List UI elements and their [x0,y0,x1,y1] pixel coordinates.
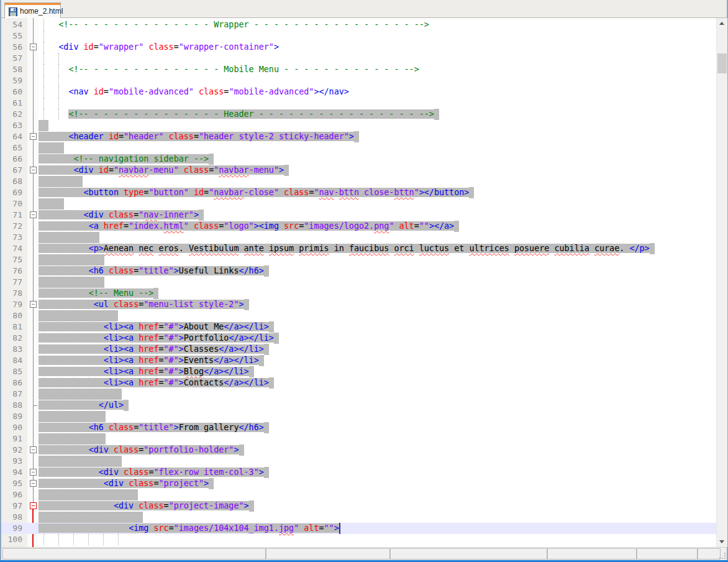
line-number: 95 [1,478,22,489]
code-text: <img src="images/104x104_img1.jpg" alt="… [39,523,340,534]
code-line: 62 <!-- - - - - - - - - - - - - - Header… [1,109,717,120]
code-line: 85 <li><a href="#">Blog</a></li> [1,366,717,377]
status-encoding[interactable]: UTF-8 [637,548,698,560]
line-number: 97 [1,500,22,512]
code-text: <div class="project-image"> [39,500,254,512]
line-number: 60 [1,86,22,98]
code-line: 68 [1,176,717,187]
status-length-lines: length : 46 293lines : 1 157 [266,548,390,560]
fold-collapse-icon[interactable] [30,480,37,487]
line-number: 92 [1,445,22,456]
line-number: 73 [1,232,22,243]
line-number: 96 [1,489,22,500]
code-line: 67 <div id="navbar-menu" class="navbar-m… [1,165,717,176]
line-number: 89 [1,411,22,422]
code-line: 81 <li><a href="#">About Me</a></li> [1,321,717,333]
line-number: 82 [1,333,22,344]
code-line: 60 <nav id="mobile-advanced" class="mobi… [1,86,717,98]
code-line: 66 <!-- navigation sidebar --> [1,154,717,165]
line-number: 75 [1,254,22,265]
resize-grip[interactable] [718,551,726,559]
code-line: 70 [1,198,717,210]
code-text [39,98,68,109]
status-bar: Hyper Text Markup Language file length :… [1,547,727,561]
code-text: <div id="navbar-menu" class="navbar-menu… [39,165,289,176]
scroll-down-icon[interactable] [717,537,727,547]
code-line: 79 <ul class="menu-list style-2"> [1,299,717,310]
fold-collapse-icon[interactable] [30,44,37,50]
vertical-scrollbar[interactable] [716,18,727,547]
code-text: <li><a href="#">Contacts</a></li> [39,377,274,389]
code-text: <button type="button" id="navbar-close" … [39,187,474,198]
code-text: <header id="header" class="header style-… [39,131,359,142]
tab-home-2-html[interactable]: home_2.html [4,2,61,18]
fold-collapse-icon[interactable] [30,446,37,453]
fold-collapse-icon[interactable] [30,211,37,218]
active-tab-accent [5,3,60,5]
code-line: 80 [1,310,717,321]
code-text: <h6 class="title">From gallery</h6> [39,422,269,433]
code-text: <li><a href="#">Classes</a></li> [39,344,269,355]
line-number: 58 [1,64,22,75]
line-number: 67 [1,165,22,176]
fold-collapse-icon[interactable] [30,301,37,308]
code-line: 82 <li><a href="#">Portfolio</a></li> [1,333,717,344]
code-text [39,534,129,545]
line-number: 90 [1,422,22,433]
save-icon [9,7,17,19]
code-text [39,176,83,187]
code-text: <li><a href="#">Blog</a></li> [39,366,254,377]
fold-collapse-icon[interactable] [30,133,37,140]
line-number: 88 [1,400,22,411]
code-text [39,198,64,210]
code-line: 72 <a href="index.html" class="logo"><im… [1,221,717,232]
line-number: 69 [1,187,22,198]
selection-eol-box [39,198,64,210]
selection-eol-box [39,232,99,243]
line-number: 61 [1,98,22,109]
code-text: <!-- - - - - - - - - - - - - - Mobile Me… [39,64,419,75]
scrollbar-thumb[interactable] [717,53,727,73]
code-text [39,75,68,86]
status-eol-format[interactable]: Windows (CR LF) [547,548,637,560]
scroll-up-icon[interactable] [717,18,727,29]
fold-collapse-icon[interactable] [30,469,37,476]
line-number: 79 [1,299,22,310]
code-line: 69 <button type="button" id="navbar-clos… [1,187,717,198]
code-line: 84 <li><a href="#">Events</a></li> [1,355,717,366]
code-line: 86 <li><a href="#">Contacts</a></li> [1,377,717,389]
code-editor[interactable]: 54 <!-- - - - - - - - - - - - - - Wrappe… [1,18,727,547]
selection-eol-box [39,176,83,187]
line-number: 76 [1,265,22,277]
tab-label: home_2.html [20,7,63,16]
code-line: 96 [1,489,717,500]
code-line: 55 [1,30,717,42]
selection-eol-box [39,433,106,445]
code-text [39,512,143,523]
fold-collapse-icon[interactable] [30,167,37,173]
code-line: 87 [1,389,717,400]
selection-eol-box [39,512,143,523]
tab-bar: home_2.html [1,0,727,18]
code-line: 74 <p>Aenean nec eros. Vestibulum ante i… [1,243,717,254]
code-text: <!-- navigation sidebar --> [39,154,214,165]
line-number: 78 [1,288,22,299]
line-number: 83 [1,344,22,355]
code-line: 64 <header id="header" class="header sty… [1,131,717,142]
status-cursor-position: Ln : 99Col : 61Sel : 1 396 | 38 [390,548,547,560]
code-text: </ul> [39,400,129,411]
code-text: <div class="portfolio-holder"> [39,445,244,456]
code-text: <div class="nav-inner"> [39,210,204,221]
code-line: 59 [1,75,717,86]
code-line: 99 <img src="images/104x104_img1.jpg" al… [1,523,717,534]
fold-collapse-icon[interactable] [30,502,37,509]
code-line: 94 <div class="flex-row item-col-3"> [1,467,717,478]
code-line: 90 <h6 class="title">From gallery</h6> [1,422,717,433]
selection-eol-box [39,310,118,321]
text-caret [339,523,340,534]
code-text: <li><a href="#">Portfolio</a></li> [39,333,279,344]
status-insert-mode[interactable]: INS [698,548,721,560]
code-text: <ul class="menu-list style-2"> [39,299,249,310]
code-line: 58 <!-- - - - - - - - - - - - - - Mobile… [1,64,717,75]
line-number: 64 [1,131,22,142]
